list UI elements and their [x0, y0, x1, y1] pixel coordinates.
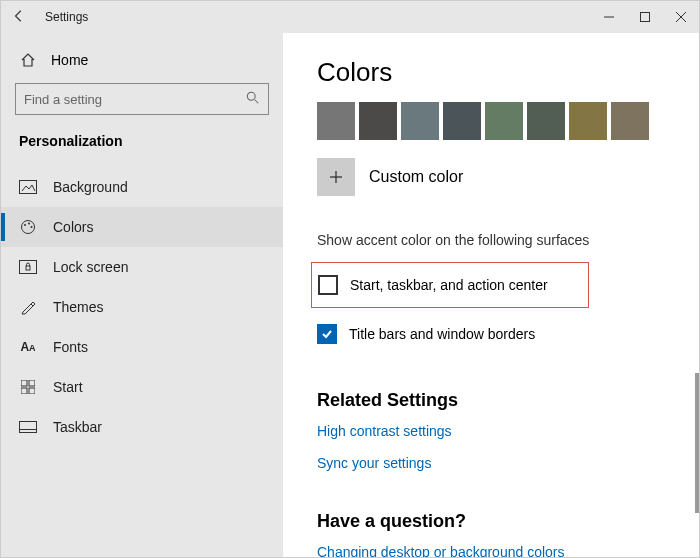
home-button[interactable]: Home: [15, 45, 269, 83]
nav-label: Themes: [53, 299, 104, 315]
checkbox-label: Title bars and window borders: [349, 326, 535, 342]
sidebar-item-taskbar[interactable]: Taskbar: [1, 407, 283, 447]
scrollbar-thumb[interactable]: [695, 373, 699, 513]
minimize-button[interactable]: [591, 1, 627, 33]
color-swatch[interactable]: [569, 102, 607, 140]
sidebar-item-lock-screen[interactable]: Lock screen: [1, 247, 283, 287]
link-sync-settings[interactable]: Sync your settings: [317, 455, 665, 471]
sidebar-item-themes[interactable]: Themes: [1, 287, 283, 327]
search-input[interactable]: Find a setting: [15, 83, 269, 115]
svg-rect-1: [641, 13, 650, 22]
nav-label: Background: [53, 179, 128, 195]
question-heading: Have a question?: [317, 511, 665, 532]
nav-label: Start: [53, 379, 83, 395]
nav-label: Taskbar: [53, 419, 102, 435]
checkbox-label: Start, taskbar, and action center: [350, 277, 548, 293]
accent-section-label: Show accent color on the following surfa…: [317, 232, 665, 248]
checkbox-start-taskbar[interactable]: Start, taskbar, and action center: [318, 269, 548, 301]
svg-point-7: [28, 223, 30, 225]
category-label: Personalization: [19, 133, 265, 149]
checkbox-icon: [318, 275, 338, 295]
sidebar-item-fonts[interactable]: AA Fonts: [1, 327, 283, 367]
color-swatch[interactable]: [443, 102, 481, 140]
search-placeholder: Find a setting: [24, 92, 102, 107]
svg-point-8: [31, 226, 33, 228]
fonts-icon: AA: [19, 338, 37, 356]
svg-rect-12: [29, 380, 35, 386]
svg-rect-13: [21, 388, 27, 394]
color-swatch[interactable]: [485, 102, 523, 140]
color-swatches: [317, 102, 665, 140]
svg-rect-9: [20, 261, 37, 274]
close-button[interactable]: [663, 1, 699, 33]
svg-point-6: [24, 224, 26, 226]
link-help-colors[interactable]: Changing desktop or background colors: [317, 544, 665, 557]
highlight-box: Start, taskbar, and action center: [311, 262, 589, 308]
link-high-contrast[interactable]: High contrast settings: [317, 423, 665, 439]
main-content: Colors Custom color Show accent color on…: [283, 33, 699, 557]
svg-point-5: [22, 221, 35, 234]
custom-color-button[interactable]: [317, 158, 355, 196]
maximize-button[interactable]: [627, 1, 663, 33]
themes-icon: [19, 298, 37, 316]
search-icon: [246, 91, 260, 108]
back-button[interactable]: [1, 9, 37, 26]
picture-icon: [19, 178, 37, 196]
svg-rect-4: [20, 181, 37, 194]
start-icon: [19, 378, 37, 396]
checkbox-title-bars[interactable]: Title bars and window borders: [317, 318, 665, 350]
nav-label: Colors: [53, 219, 93, 235]
sidebar-item-background[interactable]: Background: [1, 167, 283, 207]
color-swatch[interactable]: [527, 102, 565, 140]
color-swatch[interactable]: [359, 102, 397, 140]
home-icon: [19, 51, 37, 69]
color-swatch[interactable]: [611, 102, 649, 140]
custom-color-label: Custom color: [369, 168, 463, 186]
sidebar: Home Find a setting Personalization Back…: [1, 33, 283, 557]
svg-rect-10: [26, 266, 30, 270]
svg-rect-14: [29, 388, 35, 394]
svg-point-2: [247, 92, 255, 100]
color-swatch[interactable]: [317, 102, 355, 140]
color-swatch[interactable]: [401, 102, 439, 140]
svg-rect-15: [20, 422, 37, 433]
palette-icon: [19, 218, 37, 236]
home-label: Home: [51, 52, 88, 68]
nav-label: Fonts: [53, 339, 88, 355]
lock-screen-icon: [19, 258, 37, 276]
svg-rect-11: [21, 380, 27, 386]
sidebar-item-colors[interactable]: Colors: [1, 207, 283, 247]
window-title: Settings: [45, 10, 88, 24]
checkbox-icon: [317, 324, 337, 344]
nav-label: Lock screen: [53, 259, 128, 275]
taskbar-icon: [19, 418, 37, 436]
related-heading: Related Settings: [317, 390, 665, 411]
page-title: Colors: [317, 57, 665, 88]
svg-line-3: [255, 99, 259, 103]
sidebar-item-start[interactable]: Start: [1, 367, 283, 407]
